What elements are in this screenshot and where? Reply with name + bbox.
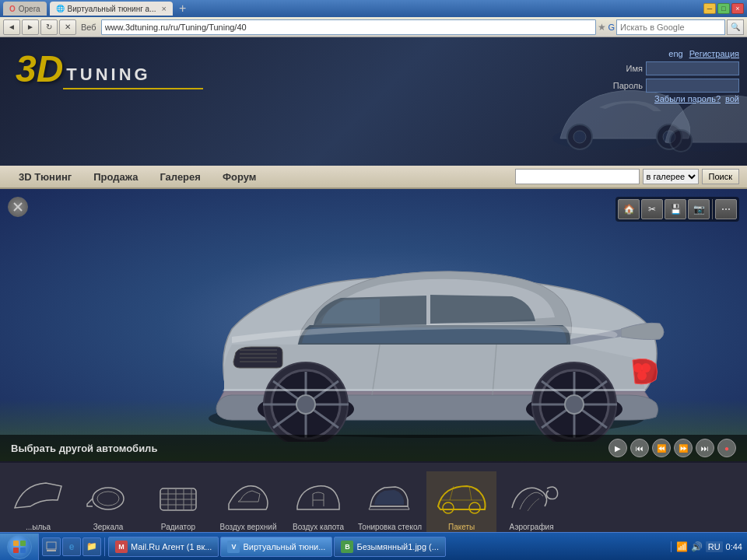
- volume-icon: 🔊: [691, 541, 703, 552]
- lang-switcher[interactable]: eng: [668, 49, 682, 58]
- back-btn[interactable]: ◄: [3, 19, 20, 35]
- window-controls: ─ □ ×: [703, 3, 744, 14]
- car-3d-display: [162, 208, 691, 442]
- svg-rect-56: [47, 542, 56, 549]
- record-btn[interactable]: ●: [717, 439, 736, 457]
- nav-toolbar: ◄ ► ↻ ✕ Веб ★ G 🔍: [0, 17, 747, 37]
- opera-tab[interactable]: O Opera: [3, 2, 47, 16]
- login-area: eng Регистрация Имя Пароль Забыли пароль…: [608, 49, 739, 103]
- folder-btn[interactable]: 📁: [82, 537, 101, 556]
- close-btn[interactable]: ×: [731, 3, 744, 14]
- part-icon-tint: [363, 474, 417, 521]
- nav-item-forum[interactable]: Форум: [212, 168, 267, 186]
- gallery-search-select[interactable]: в галерее: [643, 169, 699, 184]
- logo-tuning-area: TUNING: [63, 49, 203, 89]
- gallery-search-btn[interactable]: Поиск: [702, 169, 739, 184]
- register-link[interactable]: Регистрация: [689, 49, 739, 58]
- part-icon-packages: [434, 474, 489, 521]
- new-tab-btn[interactable]: +: [176, 2, 189, 16]
- close-x-icon: [12, 201, 23, 212]
- part-label-hood-air: Воздух капота: [293, 523, 344, 531]
- search-input[interactable]: [616, 19, 725, 35]
- part-item-hood-air[interactable]: Воздух капота: [283, 471, 353, 534]
- forward-btn[interactable]: ►: [22, 19, 39, 35]
- stop-btn[interactable]: ✕: [59, 19, 76, 35]
- minimize-btn[interactable]: ─: [703, 3, 716, 14]
- viewer-cut-btn[interactable]: ✂: [641, 199, 663, 219]
- search-btn[interactable]: 🔍: [727, 19, 744, 35]
- part-label-radiator: Радиатор: [161, 523, 195, 531]
- opera-icon: O: [9, 5, 16, 13]
- taskbar-items: M Mail.Ru Агент (1 вк... V Виртуальный т…: [105, 537, 671, 557]
- mailru-label: Mail.Ru Агент (1 вк...: [131, 542, 212, 551]
- taskbar: e 📁 M Mail.Ru Агент (1 вк... V Виртуальн…: [0, 532, 747, 560]
- lang-reg-row: eng Регистрация: [668, 49, 739, 58]
- show-desktop-btn[interactable]: [42, 537, 61, 556]
- nav-item-sale[interactable]: Продажа: [82, 168, 149, 186]
- clock[interactable]: 0:44: [726, 542, 742, 551]
- viewer-save-btn[interactable]: 💾: [665, 199, 686, 219]
- taskbar-item-tuning[interactable]: V Виртуальный тюни...: [220, 537, 332, 557]
- tabs-area: O Opera 🌐 Виртуальный тюнинг а... × +: [3, 2, 189, 16]
- part-item-fender[interactable]: ...ыльа: [3, 471, 73, 534]
- reload-btn[interactable]: ↻: [40, 19, 58, 35]
- name-row: Имя: [608, 61, 739, 75]
- nav-item-3dtuning[interactable]: 3D Тюнинг: [8, 168, 82, 186]
- mailru-icon: M: [115, 541, 128, 553]
- tab-close-btn[interactable]: ×: [161, 4, 166, 13]
- part-item-air-top[interactable]: Воздух верхний: [213, 471, 283, 534]
- svg-point-11: [637, 371, 647, 380]
- part-item-radiator[interactable]: Радиатор: [143, 471, 213, 534]
- logo-line: [63, 88, 203, 89]
- bookmark-star[interactable]: ★: [598, 22, 606, 33]
- svg-point-2: [573, 131, 586, 143]
- start-button[interactable]: [0, 534, 39, 560]
- logo-area: 3D TUNING: [16, 49, 203, 89]
- title-bar: O Opera 🌐 Виртуальный тюнинг а... × + ─ …: [0, 0, 747, 17]
- viewer-more-btn[interactable]: ⋯: [715, 199, 737, 219]
- active-tab[interactable]: 🌐 Виртуальный тюнинг а... ×: [50, 2, 173, 16]
- part-item-packages[interactable]: Пакеты: [426, 471, 496, 534]
- tuning-label: Виртуальный тюни...: [243, 542, 325, 551]
- part-item-tint[interactable]: Тонировка стекол: [353, 471, 426, 534]
- name-label: Имя: [608, 64, 643, 73]
- part-icon-fender: [11, 474, 65, 521]
- address-input[interactable]: [101, 19, 597, 35]
- svg-point-24: [565, 395, 584, 414]
- part-label-mirrors: Зеркала: [93, 523, 124, 531]
- gallery-search-area: в галерее Поиск: [515, 169, 739, 184]
- part-item-mirrors[interactable]: Зеркала: [73, 471, 143, 534]
- next-end-btn[interactable]: ⏭: [696, 439, 714, 457]
- next-btn[interactable]: ⏩: [674, 439, 693, 457]
- taskbar-item-mailru[interactable]: M Mail.Ru Агент (1 вк...: [108, 537, 219, 557]
- svg-point-6: [670, 130, 692, 152]
- lang-indicator: RU: [706, 541, 723, 552]
- play-btn[interactable]: ▶: [608, 439, 627, 457]
- svg-rect-54: [13, 548, 19, 553]
- web-label: Веб: [78, 23, 100, 32]
- viewer-photo-btn[interactable]: 📷: [688, 199, 710, 219]
- password-row: Пароль: [608, 79, 739, 93]
- part-item-airbrush[interactable]: Аэрография: [496, 471, 566, 534]
- login-btn[interactable]: вой: [725, 94, 739, 103]
- taskbar-item-image[interactable]: B Безымянный1.jpg (...: [334, 537, 446, 557]
- viewer-home-btn[interactable]: 🏠: [618, 199, 640, 219]
- nav-item-gallery[interactable]: Галерея: [149, 168, 212, 186]
- prev-start-btn[interactable]: ⏮: [630, 439, 649, 457]
- gallery-search-input[interactable]: [515, 169, 640, 184]
- browser-window: O Opera 🌐 Виртуальный тюнинг а... × + ─ …: [0, 0, 747, 555]
- taskbar-quick-launch: e 📁: [39, 537, 105, 556]
- name-input[interactable]: [646, 61, 739, 75]
- part-icon-hood-air: [291, 474, 345, 521]
- image-label: Безымянный1.jpg (...: [356, 542, 439, 551]
- forgot-password-link[interactable]: Забыли пароль?: [654, 94, 721, 103]
- viewer-toolbar: 🏠 ✂ 💾 📷 ⋯: [615, 197, 739, 222]
- logo-3d-text: 3D: [16, 48, 63, 89]
- time-display: 0:44: [726, 542, 742, 551]
- select-car-text[interactable]: Выбрать другой автомобиль: [11, 443, 157, 454]
- password-input[interactable]: [646, 79, 739, 93]
- maximize-btn[interactable]: □: [717, 3, 730, 14]
- prev-btn[interactable]: ⏪: [652, 439, 671, 457]
- ie-btn[interactable]: e: [62, 537, 81, 556]
- viewer-close-btn[interactable]: [8, 197, 28, 217]
